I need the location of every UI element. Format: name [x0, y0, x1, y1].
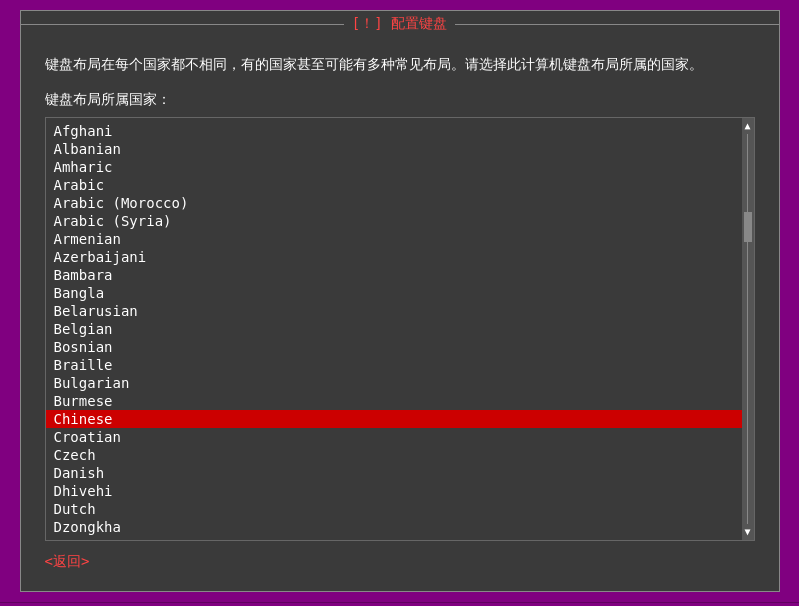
scrollbar-line: [747, 134, 748, 524]
list-item[interactable]: Amharic: [46, 158, 742, 176]
list-item[interactable]: Chinese: [46, 410, 742, 428]
list-item[interactable]: Armenian: [46, 230, 742, 248]
list-scroll-area[interactable]: AfghaniAlbanianAmharicArabicArabic (Moro…: [46, 118, 742, 540]
list-item[interactable]: Belgian: [46, 320, 742, 338]
list-item[interactable]: Arabic (Syria): [46, 212, 742, 230]
list-item[interactable]: Croatian: [46, 428, 742, 446]
dialog-content: 键盘布局在每个国家都不相同，有的国家甚至可能有多种常见布局。请选择此计算机键盘布…: [21, 37, 779, 591]
list-item[interactable]: Burmese: [46, 392, 742, 410]
scrollbar-thumb[interactable]: [744, 212, 752, 242]
list-item[interactable]: Belarusian: [46, 302, 742, 320]
list-item[interactable]: Bosnian: [46, 338, 742, 356]
list-item[interactable]: Braille: [46, 356, 742, 374]
button-row: <返回>: [45, 541, 755, 575]
list-item[interactable]: Azerbaijani: [46, 248, 742, 266]
scrollbar-up-arrow[interactable]: ▲: [742, 118, 754, 134]
section-label: 键盘布局所属国家：: [45, 91, 755, 109]
list-item[interactable]: Dhivehi: [46, 482, 742, 500]
list-item[interactable]: Danish: [46, 464, 742, 482]
status-bar: <Tab> 移动； <Space> 选择； <Enter> 激活按钮: [0, 602, 799, 606]
list-item[interactable]: Afghani: [46, 122, 742, 140]
list-item[interactable]: Czech: [46, 446, 742, 464]
list-item[interactable]: Bulgarian: [46, 374, 742, 392]
dialog-title: [！] 配置键盘: [344, 15, 455, 33]
list-container[interactable]: AfghaniAlbanianAmharicArabicArabic (Moro…: [45, 117, 755, 541]
scrollbar[interactable]: ▲ ▼: [742, 118, 754, 540]
scrollbar-track: [742, 134, 754, 524]
dialog-box: [！] 配置键盘 键盘布局在每个国家都不相同，有的国家甚至可能有多种常见布局。请…: [20, 10, 780, 592]
list-item[interactable]: Bambara: [46, 266, 742, 284]
description-text: 键盘布局在每个国家都不相同，有的国家甚至可能有多种常见布局。请选择此计算机键盘布…: [45, 53, 755, 75]
back-button[interactable]: <返回>: [45, 553, 90, 571]
scrollbar-down-arrow[interactable]: ▼: [742, 524, 754, 540]
list-item[interactable]: Dzongkha: [46, 518, 742, 536]
list-item[interactable]: Arabic (Morocco): [46, 194, 742, 212]
list-item[interactable]: Arabic: [46, 176, 742, 194]
list-item[interactable]: Bangla: [46, 284, 742, 302]
list-item[interactable]: Dutch: [46, 500, 742, 518]
main-area: [！] 配置键盘 键盘布局在每个国家都不相同，有的国家甚至可能有多种常见布局。请…: [0, 0, 799, 602]
list-item[interactable]: Albanian: [46, 140, 742, 158]
dialog-title-bar: [！] 配置键盘: [21, 11, 779, 37]
